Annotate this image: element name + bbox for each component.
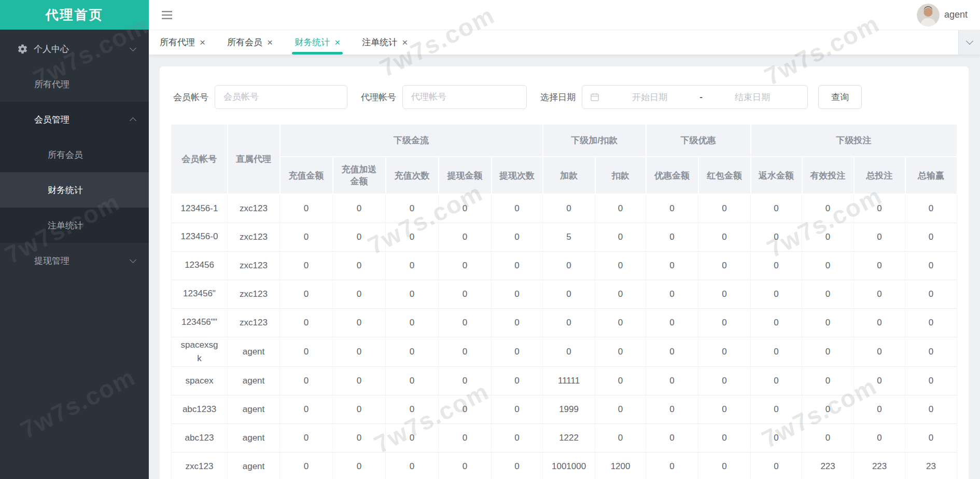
tab-label: 注单统计 bbox=[362, 36, 397, 48]
value-cell: 0 bbox=[280, 223, 333, 251]
value-cell: 0 bbox=[854, 367, 905, 395]
tab-label: 所有代理 bbox=[160, 36, 195, 48]
value-cell: 0 bbox=[802, 395, 854, 424]
value-cell: 0 bbox=[854, 280, 905, 308]
sidebar-nav: 个人中心所有代理会员管理所有会员财务统计注单统计提现管理 bbox=[0, 30, 149, 278]
value-cell: 0 bbox=[280, 194, 333, 223]
filter-bar: 会员帐号 代理帐号 选择日期 bbox=[173, 85, 957, 109]
value-cell: 0 bbox=[751, 453, 802, 479]
value-cell: 0 bbox=[646, 395, 698, 424]
table-row: spacexagent00000111110000000 bbox=[172, 367, 957, 395]
user-menu[interactable]: agent bbox=[917, 4, 968, 26]
search-button[interactable]: 查询 bbox=[818, 85, 862, 109]
chevron-down-icon bbox=[130, 256, 136, 263]
member-account-input[interactable] bbox=[215, 85, 347, 109]
value-cell: 0 bbox=[386, 308, 439, 337]
sidebar-item-4[interactable]: 财务统计 bbox=[0, 172, 149, 208]
value-cell: 0 bbox=[698, 251, 751, 280]
value-cell: 1222 bbox=[543, 424, 595, 453]
value-cell: 0 bbox=[698, 308, 751, 337]
tab-1[interactable]: 所有会员× bbox=[216, 30, 284, 54]
sidebar-item-label: 所有会员 bbox=[48, 149, 83, 161]
value-cell: 0 bbox=[802, 251, 854, 280]
table-row: 123456"zxc1230000000000000 bbox=[172, 280, 957, 308]
sidebar-item-3[interactable]: 所有会员 bbox=[0, 137, 149, 172]
value-cell: 0 bbox=[905, 251, 957, 280]
header-group-row: 会员帐号直属代理下级金流下级加/扣款下级优惠下级投注 bbox=[172, 125, 957, 157]
value-cell: 0 bbox=[595, 194, 646, 223]
hamburger-menu-icon[interactable] bbox=[161, 10, 173, 20]
value-cell: 0 bbox=[646, 280, 698, 308]
member-account-cell: 123456"" bbox=[172, 308, 228, 337]
value-cell: 0 bbox=[333, 194, 386, 223]
sidebar-item-0[interactable]: 个人中心 bbox=[0, 31, 149, 66]
value-cell: 0 bbox=[439, 251, 492, 280]
value-cell: 0 bbox=[333, 395, 386, 424]
value-cell: 0 bbox=[751, 194, 802, 223]
close-icon[interactable]: × bbox=[200, 37, 205, 47]
value-cell: 0 bbox=[386, 194, 439, 223]
column-header: 总输赢 bbox=[905, 157, 957, 194]
close-icon[interactable]: × bbox=[402, 37, 408, 47]
value-cell: 0 bbox=[698, 337, 751, 367]
value-cell: 0 bbox=[646, 223, 698, 251]
tab-3[interactable]: 注单统计× bbox=[351, 30, 418, 54]
date-end-placeholder[interactable]: 结束日期 bbox=[705, 91, 800, 103]
tab-bar: 所有代理×所有会员×财务统计×注单统计× bbox=[149, 30, 980, 55]
value-cell: 0 bbox=[905, 308, 957, 337]
value-cell: 0 bbox=[802, 280, 854, 308]
column-header: 充值加送金额 bbox=[333, 157, 386, 194]
sidebar-item-2[interactable]: 会员管理 bbox=[0, 102, 149, 137]
value-cell: 0 bbox=[595, 337, 646, 367]
value-cell: 0 bbox=[492, 280, 543, 308]
member-account-cell: 123456-0 bbox=[172, 223, 228, 251]
value-cell: 0 bbox=[333, 308, 386, 337]
value-cell: agent bbox=[228, 367, 280, 395]
value-cell: 0 bbox=[751, 367, 802, 395]
column-header: 直属代理 bbox=[228, 125, 280, 194]
value-cell: 0 bbox=[854, 308, 905, 337]
close-icon[interactable]: × bbox=[267, 37, 273, 47]
close-icon[interactable]: × bbox=[334, 37, 340, 47]
value-cell: 0 bbox=[751, 223, 802, 251]
member-account-label: 会员帐号 bbox=[173, 91, 208, 103]
tab-overflow-button[interactable] bbox=[958, 30, 980, 54]
column-header: 会员帐号 bbox=[172, 125, 228, 194]
tab-0[interactable]: 所有代理× bbox=[149, 30, 216, 54]
value-cell: 0 bbox=[698, 395, 751, 424]
sidebar-item-1[interactable]: 所有代理 bbox=[0, 66, 149, 102]
value-cell: 1200 bbox=[595, 453, 646, 479]
tab-2[interactable]: 财务统计× bbox=[284, 30, 351, 54]
value-cell: 0 bbox=[646, 424, 698, 453]
value-cell: 0 bbox=[802, 194, 854, 223]
agent-account-input[interactable] bbox=[402, 85, 527, 109]
date-start-placeholder[interactable]: 开始日期 bbox=[602, 91, 697, 103]
sidebar-item-5[interactable]: 注单统计 bbox=[0, 208, 149, 243]
value-cell: 223 bbox=[802, 453, 854, 479]
value-cell: 0 bbox=[386, 251, 439, 280]
table-row: zxc123agent000001001000120000022322323 bbox=[172, 453, 957, 479]
table-row: 123456-0zxc1230000050000000 bbox=[172, 223, 957, 251]
table-body: 123456-1zxc1230000000000000123456-0zxc12… bbox=[172, 194, 957, 479]
value-cell: 0 bbox=[698, 280, 751, 308]
sidebar-item-6[interactable]: 提现管理 bbox=[0, 243, 149, 278]
value-cell: 0 bbox=[905, 223, 957, 251]
value-cell: 0 bbox=[802, 223, 854, 251]
page-title: 代理首页 bbox=[0, 0, 149, 30]
gear-icon bbox=[17, 44, 28, 54]
member-account-cell: abc123 bbox=[172, 424, 228, 453]
value-cell: 0 bbox=[854, 251, 905, 280]
value-cell: 0 bbox=[492, 194, 543, 223]
main-area: agent 所有代理×所有会员×财务统计×注单统计× 会员帐号 代理帐号 选择日… bbox=[149, 0, 980, 479]
value-cell: 0 bbox=[333, 453, 386, 479]
date-separator: - bbox=[697, 92, 705, 102]
avatar[interactable] bbox=[917, 4, 940, 26]
value-cell: 0 bbox=[854, 223, 905, 251]
value-cell: 0 bbox=[386, 395, 439, 424]
date-range-picker[interactable]: 开始日期 - 结束日期 bbox=[582, 85, 808, 109]
value-cell: 0 bbox=[905, 424, 957, 453]
value-cell: 0 bbox=[698, 223, 751, 251]
value-cell: 0 bbox=[439, 395, 492, 424]
value-cell: 5 bbox=[543, 223, 595, 251]
header-sub-row: 充值金额充值加送金额充值次数提现金额提现次数加款扣款优惠金额红包金额返水金额有效… bbox=[172, 157, 957, 194]
